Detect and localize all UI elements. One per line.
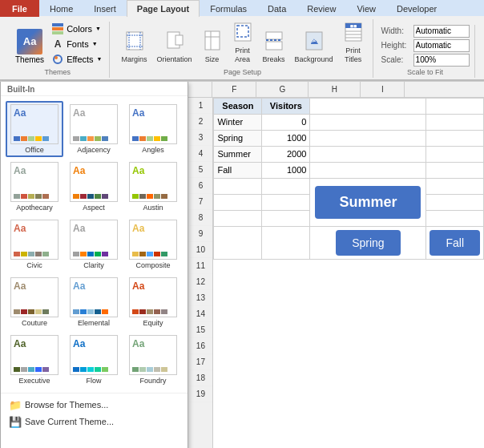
theme-item-austin[interactable]: AaAustin	[124, 159, 182, 215]
spring-value: 1000	[262, 130, 310, 146]
row-num-17: 17	[188, 354, 212, 370]
row-num-18: 18	[188, 370, 212, 386]
table-row: Fall 1000	[214, 162, 484, 178]
spring-button[interactable]: Spring	[336, 230, 400, 256]
theme-preview: Aa	[10, 104, 58, 144]
tab-home[interactable]: Home	[39, 0, 83, 17]
colors-button[interactable]: Colors ▼	[50, 22, 103, 36]
table-row: Spring Fall	[214, 226, 484, 259]
row-num-9: 9	[188, 226, 212, 242]
row-num-1: 1	[188, 98, 212, 114]
row-num-3: 3	[188, 130, 212, 146]
theme-name: Clarity	[83, 261, 104, 269]
row-num-7: 7	[188, 194, 212, 210]
theme-item-foundry[interactable]: AaFoundry	[124, 332, 182, 388]
margins-label: Margins	[122, 55, 147, 64]
empty-i1	[426, 98, 484, 114]
theme-preview: Aa	[129, 104, 177, 144]
background-button[interactable]: ⛰ Background	[291, 28, 337, 67]
theme-name: Office	[25, 146, 43, 154]
theme-item-essential[interactable]: AaEssential	[184, 274, 188, 330]
height-input[interactable]	[413, 39, 470, 52]
empty-i2	[426, 114, 484, 130]
themes-dropdown-panel: Built-In AaOfficeAaAdjacencyAaAnglesAaAp…	[0, 82, 188, 448]
tab-review[interactable]: Review	[296, 0, 346, 17]
size-label: Size	[205, 55, 220, 64]
summer-button[interactable]: Summer	[315, 186, 421, 219]
breaks-button[interactable]: Breaks	[259, 28, 289, 67]
print-titles-button[interactable]: ■■ PrintTitles	[339, 19, 368, 67]
row-num-2: 2	[188, 114, 212, 130]
theme-preview: Aa	[70, 220, 118, 260]
theme-item-black-tie[interactable]: AaBlack Tie	[184, 159, 188, 215]
width-label: Width:	[381, 26, 412, 35]
fonts-icon: A	[51, 38, 64, 50]
width-input[interactable]	[413, 25, 470, 38]
theme-item-office[interactable]: AaOffice	[6, 101, 63, 157]
theme-preview: Aa	[10, 220, 58, 260]
tab-page-layout[interactable]: Page Layout	[127, 0, 200, 17]
theme-item-grid[interactable]: AaGrid	[184, 332, 188, 388]
scale-input[interactable]	[413, 54, 470, 67]
empty-i3	[426, 130, 484, 146]
theme-item-adjacency[interactable]: AaAdjacency	[65, 101, 123, 157]
theme-preview: Aa	[70, 162, 118, 202]
theme-item-executive[interactable]: AaExecutive	[6, 332, 63, 388]
orientation-button[interactable]: Orientation	[153, 28, 196, 67]
theme-name: Adjacency	[77, 146, 111, 154]
fall-button[interactable]: Fall	[430, 230, 480, 256]
row-num-13: 13	[188, 290, 212, 306]
size-icon	[203, 30, 222, 55]
theme-item-clarity[interactable]: AaClarity	[65, 216, 123, 272]
tab-view[interactable]: View	[346, 0, 386, 17]
theme-item-equity[interactable]: AaEquity	[124, 274, 182, 330]
empty-h4	[310, 146, 426, 162]
theme-grid: AaOfficeAaAdjacencyAaAnglesAaApexAaApoth…	[1, 96, 188, 393]
fonts-button[interactable]: A Fonts ▼	[50, 37, 103, 51]
theme-item-composite[interactable]: AaComposite	[124, 216, 182, 272]
visitors-header: Visitors	[262, 98, 310, 114]
size-button[interactable]: Size	[198, 28, 227, 67]
theme-preview: Aa	[129, 220, 177, 260]
row-num-10: 10	[188, 242, 212, 258]
theme-name: Equity	[143, 319, 163, 327]
themes-button[interactable]: Aa Themes	[11, 26, 48, 67]
data-table: Season Visitors Winter 0	[213, 98, 484, 260]
theme-item-concourse[interactable]: AaConcourse	[184, 216, 188, 272]
margins-button[interactable]: Margins	[118, 28, 151, 67]
browse-themes-link[interactable]: 📁 Browse for Themes...	[7, 397, 181, 414]
colors-dropdown-icon: ▼	[95, 26, 101, 31]
theme-item-couture[interactable]: AaCouture	[6, 274, 63, 330]
winter-label: Winter	[214, 114, 262, 130]
browse-themes-label: Browse for Themes...	[25, 400, 108, 410]
print-titles-icon: ■■	[344, 22, 363, 46]
tab-formulas[interactable]: Formulas	[200, 0, 257, 17]
theme-item-apex[interactable]: AaApex	[184, 101, 188, 157]
theme-item-angles[interactable]: AaAngles	[124, 101, 182, 157]
theme-name: Angles	[142, 146, 164, 154]
print-area-button[interactable]: PrintArea	[228, 19, 257, 67]
season-header: Season	[214, 98, 262, 114]
theme-item-apothecary[interactable]: AaApothecary	[6, 159, 63, 215]
theme-item-civic[interactable]: AaCivic	[6, 216, 63, 272]
scale-label: Scale:	[381, 55, 412, 64]
row-num-4: 4	[188, 146, 212, 162]
save-icon: 💾	[9, 416, 22, 428]
tab-file[interactable]: File	[0, 0, 39, 17]
row-num-12: 12	[188, 274, 212, 290]
tab-insert[interactable]: Insert	[83, 0, 127, 17]
fall-value: 1000	[262, 162, 310, 178]
effects-dropdown-icon: ▼	[97, 56, 103, 62]
col-header-f: F	[212, 82, 256, 97]
theme-item-aspect[interactable]: AaAspect	[65, 159, 123, 215]
theme-item-elemental[interactable]: AaElemental	[65, 274, 123, 330]
table-row: Season Visitors	[214, 98, 484, 114]
save-theme-link[interactable]: 💾 Save Current Theme...	[7, 414, 181, 430]
row-num-8: 8	[188, 210, 212, 226]
effects-button[interactable]: Effects ▼	[50, 52, 103, 67]
theme-item-flow[interactable]: AaFlow	[65, 332, 123, 388]
row-num-6: 6	[188, 178, 212, 194]
tab-data[interactable]: Data	[257, 0, 296, 17]
svg-rect-11	[175, 35, 183, 45]
tab-developer[interactable]: Developer	[386, 0, 447, 17]
